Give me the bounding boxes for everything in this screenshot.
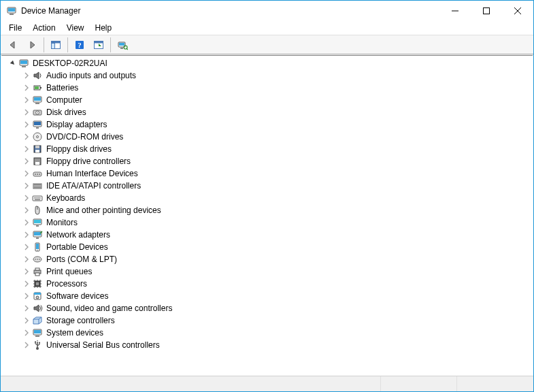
tree-category-node[interactable]: Network adapters [7, 229, 532, 241]
tree-category-node[interactable]: Monitors [7, 216, 532, 229]
svg-rect-38 [35, 174, 36, 175]
tree-category-node[interactable]: Software devices [7, 290, 532, 302]
close-button[interactable] [502, 1, 533, 21]
expand-icon[interactable] [21, 168, 32, 179]
svg-point-64 [37, 259, 38, 260]
tree-category-node[interactable]: Batteries [7, 82, 532, 94]
expand-icon[interactable] [21, 303, 32, 314]
tree-category-node[interactable]: Ports (COM & LPT) [7, 253, 532, 265]
tree-category-label: Processors [45, 279, 88, 289]
tree-category-label: IDE ATA/ATAPI controllers [45, 181, 142, 191]
tree-category-node[interactable]: Mice and other pointing devices [7, 204, 532, 216]
tree-category-node[interactable]: Storage controllers [7, 314, 532, 327]
dvd-icon [32, 131, 43, 142]
expand-icon[interactable] [21, 95, 32, 105]
svg-rect-44 [34, 187, 41, 188]
expand-icon[interactable] [21, 156, 32, 167]
show-hide-console-tree-button[interactable] [47, 36, 65, 53]
tree-category-node[interactable]: Print queues [7, 265, 532, 278]
tree-category-node[interactable]: Computer [7, 94, 532, 106]
app-icon [6, 5, 17, 16]
portable-icon [32, 242, 43, 252]
device-tree[interactable]: DESKTOP-02R2UAI Audio inputs and outputs… [7, 57, 532, 374]
mouse-icon [32, 205, 43, 216]
menu-help[interactable]: Help [90, 22, 118, 34]
tree-pane: DESKTOP-02R2UAI Audio inputs and outputs… [1, 54, 533, 376]
expand-icon[interactable] [21, 291, 32, 301]
cpu-icon [32, 278, 43, 289]
tree-category-label: Network adapters [45, 230, 112, 240]
forward-button[interactable] [23, 36, 41, 53]
tree-category-node[interactable]: Human Interface Devices [7, 167, 532, 180]
storage-icon [32, 315, 43, 326]
tree-category-node[interactable]: Display adapters [7, 118, 532, 131]
svg-rect-34 [35, 150, 39, 152]
tree-category-node[interactable]: DVD/CD-ROM drives [7, 131, 532, 143]
svg-point-79 [39, 342, 40, 343]
menu-view[interactable]: View [61, 22, 90, 34]
svg-text:?: ? [78, 41, 82, 49]
svg-rect-70 [36, 282, 39, 285]
expand-icon[interactable] [21, 217, 32, 228]
tree-category-node[interactable]: Portable Devices [7, 241, 532, 253]
svg-rect-49 [38, 197, 39, 199]
action-button[interactable] [90, 36, 107, 53]
svg-rect-2 [10, 14, 14, 15]
svg-rect-20 [35, 86, 39, 89]
help-button[interactable]: ? [71, 36, 88, 53]
minimize-button[interactable] [439, 1, 471, 21]
tree-category-node[interactable]: Floppy disk drives [7, 143, 532, 155]
expand-icon[interactable] [21, 119, 32, 130]
menu-action[interactable]: Action [27, 22, 61, 34]
toolbar-separator [44, 37, 44, 52]
tree-root-node[interactable]: DESKTOP-02R2UAI [7, 57, 532, 69]
tree-category-label: Storage controllers [45, 316, 116, 325]
tree-category-node[interactable]: System devices [7, 327, 532, 339]
expand-icon[interactable] [21, 131, 32, 142]
tree-category-node[interactable]: Floppy drive controllers [7, 155, 532, 167]
expand-icon[interactable] [21, 340, 32, 350]
tree-category-node[interactable]: Processors [7, 278, 532, 290]
menu-file[interactable]: File [3, 22, 27, 34]
expand-icon[interactable] [21, 327, 32, 338]
expand-icon[interactable] [21, 278, 32, 289]
tree-category-node[interactable]: Audio inputs and outputs [7, 69, 532, 82]
back-button[interactable] [4, 36, 22, 53]
tree-category-node[interactable]: Keyboards [7, 192, 532, 204]
scan-hardware-button[interactable] [114, 36, 131, 53]
expand-icon[interactable] [21, 229, 32, 240]
svg-rect-67 [35, 268, 39, 270]
tree-category-label: System devices [45, 328, 105, 338]
svg-rect-10 [95, 41, 103, 43]
tree-category-node[interactable]: Sound, video and game controllers [7, 302, 532, 314]
usb-icon [32, 340, 43, 350]
tree-category-node[interactable]: Universal Serial Bus controllers [7, 339, 532, 351]
expand-icon[interactable] [21, 82, 32, 93]
floppy-icon [32, 144, 43, 154]
expand-icon[interactable] [21, 193, 32, 203]
tree-category-node[interactable]: Disk drives [7, 106, 532, 118]
sound-icon [32, 303, 43, 314]
svg-point-65 [39, 259, 40, 260]
expand-icon[interactable] [21, 107, 32, 118]
expand-icon[interactable] [21, 70, 32, 81]
expand-icon[interactable] [21, 180, 32, 191]
tree-category-label: Print queues [45, 267, 93, 276]
svg-rect-23 [35, 103, 39, 104]
expand-icon[interactable] [21, 144, 32, 154]
expand-icon[interactable] [21, 315, 32, 326]
tree-category-node[interactable]: IDE ATA/ATAPI controllers [7, 180, 532, 192]
svg-rect-33 [35, 146, 39, 148]
expand-icon[interactable] [21, 205, 32, 216]
tree-category-label: Floppy drive controllers [45, 157, 132, 166]
expand-icon[interactable] [21, 266, 32, 277]
status-cell [381, 376, 458, 391]
maximize-button[interactable] [471, 1, 502, 21]
expand-icon[interactable] [21, 254, 32, 265]
collapse-icon[interactable] [7, 58, 18, 69]
disk-icon [32, 107, 43, 118]
statusbar [1, 376, 533, 391]
expand-icon[interactable] [21, 242, 32, 252]
computer-icon [32, 95, 43, 105]
titlebar: Device Manager [1, 1, 533, 21]
